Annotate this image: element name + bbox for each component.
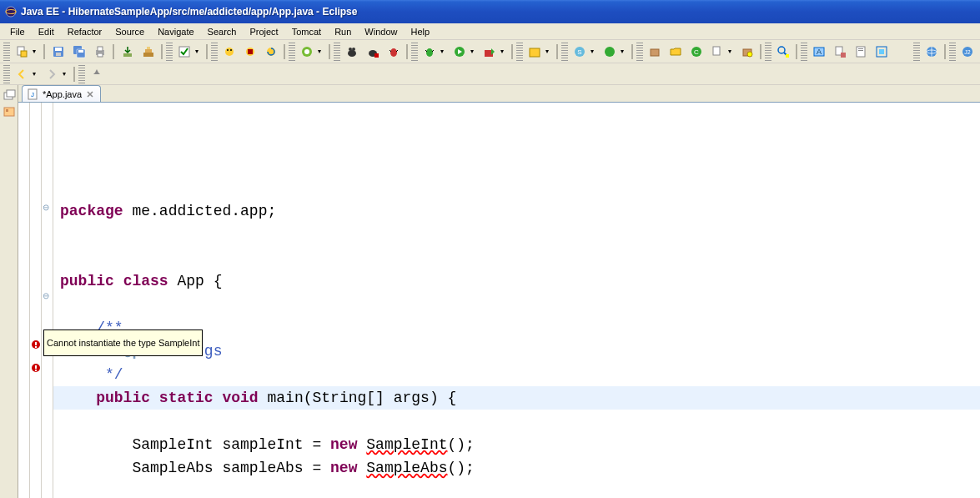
fold-collapse-icon[interactable]: ⊖ [42, 203, 50, 211]
print-button[interactable] [90, 43, 109, 61]
menu-navigate[interactable]: Navigate [151, 25, 200, 38]
menubar: File Edit Refactor Source Navigate Searc… [0, 23, 980, 40]
debug-cat-button[interactable] [342, 43, 361, 61]
dropdown-icon[interactable]: ▾ [545, 48, 553, 55]
drag-handle-icon[interactable] [949, 43, 956, 61]
dropdown-icon[interactable]: ▾ [195, 48, 203, 55]
tab-app-java[interactable]: J *App.java [22, 85, 101, 102]
new-folder-button[interactable] [666, 43, 685, 61]
svg-rect-73 [35, 342, 37, 345]
menu-project[interactable]: Project [243, 25, 284, 38]
new-other-button[interactable] [707, 43, 726, 61]
code-text: SampleInt sampleInt = [60, 436, 330, 453]
keyword: package [60, 203, 123, 219]
menu-edit[interactable]: Edit [32, 25, 61, 38]
svg-point-18 [225, 48, 234, 56]
drag-handle-icon[interactable] [3, 43, 10, 61]
dropdown-icon[interactable]: ▾ [728, 48, 736, 55]
open-type-button[interactable] [737, 43, 756, 61]
tomcat-stop-button[interactable] [240, 43, 259, 61]
menu-help[interactable]: Help [404, 25, 436, 38]
menu-source[interactable]: Source [108, 25, 151, 38]
drag-handle-icon[interactable] [561, 43, 568, 61]
dropdown-icon[interactable]: ▾ [500, 48, 508, 55]
svg-rect-74 [35, 346, 37, 348]
restore-icon[interactable] [3, 88, 16, 102]
drag-handle-icon[interactable] [289, 43, 295, 61]
drag-handle-icon[interactable] [3, 65, 10, 83]
web-browser-button[interactable] [922, 43, 941, 61]
back-button[interactable] [12, 65, 31, 83]
error-marker-icon[interactable] [31, 363, 41, 373]
search-button[interactable] [773, 43, 792, 61]
drag-handle-icon[interactable] [516, 43, 523, 61]
java-file-icon: J [28, 88, 39, 100]
dropdown-icon[interactable]: ▾ [33, 70, 40, 78]
dropdown-icon[interactable]: ▾ [591, 48, 598, 55]
menu-refactor[interactable]: Refactor [61, 25, 109, 38]
new-project-button[interactable] [525, 43, 544, 61]
svg-rect-76 [35, 365, 37, 369]
dropdown-icon[interactable]: ▾ [33, 48, 40, 55]
build-button[interactable] [138, 43, 158, 61]
new-class-button[interactable]: C [686, 43, 706, 61]
tomcat-restart-button[interactable] [261, 43, 280, 61]
fold-collapse-icon[interactable]: ⊖ [42, 291, 50, 299]
drag-handle-icon[interactable] [78, 65, 85, 83]
download-button[interactable] [118, 43, 137, 61]
close-icon[interactable] [85, 89, 95, 99]
svg-rect-22 [248, 49, 253, 54]
drag-handle-icon[interactable] [166, 43, 173, 61]
separator [284, 44, 285, 59]
folding-ruler[interactable]: ⊖ ⊖ [42, 103, 53, 498]
dropdown-icon[interactable]: ▾ [440, 48, 448, 55]
pin-button[interactable] [87, 65, 106, 83]
menu-window[interactable]: Window [358, 25, 404, 38]
external-tools-button[interactable] [480, 43, 499, 61]
dropdown-icon[interactable]: ▾ [470, 48, 478, 55]
drag-handle-icon[interactable] [411, 43, 418, 61]
svg-rect-43 [651, 49, 659, 56]
forward-button[interactable] [42, 65, 61, 83]
tomcat-start-button[interactable] [219, 43, 239, 61]
annotation-button[interactable]: A [809, 43, 828, 61]
drag-handle-icon[interactable] [801, 43, 807, 61]
menu-search[interactable]: Search [201, 25, 244, 38]
svg-rect-51 [786, 54, 789, 58]
dropdown-icon[interactable]: ▾ [318, 48, 325, 55]
server-button[interactable] [297, 43, 316, 61]
debug-cat-stop-button[interactable] [363, 43, 382, 61]
menu-file[interactable]: File [3, 25, 32, 38]
dropdown-icon[interactable]: ▾ [621, 48, 628, 55]
menu-tomcat[interactable]: Tomcat [285, 25, 328, 38]
new-jsp-button[interactable] [600, 43, 619, 61]
run-button[interactable] [450, 43, 469, 61]
save-all-button[interactable] [69, 43, 88, 61]
dropdown-icon[interactable]: ▾ [63, 70, 70, 78]
debug-button[interactable] [420, 43, 439, 61]
checkbox-button[interactable] [174, 43, 193, 61]
error-marker-icon[interactable] [31, 340, 41, 350]
drag-handle-icon[interactable] [636, 43, 643, 61]
menu-run[interactable]: Run [328, 25, 358, 38]
svg-rect-58 [858, 50, 863, 51]
new-button[interactable] [12, 43, 31, 61]
drag-handle-icon[interactable] [765, 43, 771, 61]
drag-handle-icon[interactable] [913, 43, 920, 61]
code-editor[interactable]: Cannot instantiate the type SampleInt pa… [53, 103, 980, 498]
task-button[interactable] [830, 43, 849, 61]
link-button[interactable] [872, 43, 891, 61]
save-button[interactable] [48, 43, 68, 61]
svg-rect-6 [56, 53, 61, 56]
new-package-button[interactable] [645, 43, 664, 61]
drag-handle-icon[interactable] [211, 43, 218, 61]
annotation-ruler[interactable] [30, 103, 42, 498]
overview-ruler[interactable] [18, 103, 30, 498]
javaee-perspective-button[interactable]: J2 [957, 43, 977, 61]
new-servlet-button[interactable]: S [570, 43, 589, 61]
bug-button[interactable] [384, 43, 403, 61]
bookmark-button[interactable] [851, 43, 870, 61]
package-explorer-icon[interactable] [3, 105, 16, 118]
svg-point-27 [349, 48, 352, 51]
drag-handle-icon[interactable] [334, 43, 340, 61]
